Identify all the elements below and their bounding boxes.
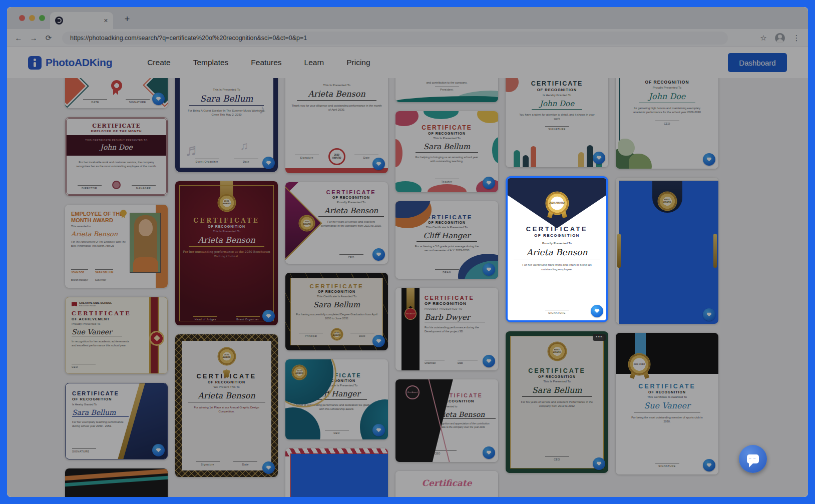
maximize-window-button[interactable]	[39, 15, 45, 21]
ribbon-icon	[120, 210, 127, 216]
edit-template-button[interactable]	[483, 177, 495, 189]
template-card[interactable]: CERTIFICATE OF RECOGNITION This Certific…	[395, 201, 498, 279]
edit-template-button[interactable]	[591, 305, 603, 317]
nav-templates[interactable]: Templates	[193, 58, 229, 67]
edit-template-button[interactable]	[372, 158, 385, 170]
template-card[interactable]: CERTIFICATE OF RECOGNITION This Certific…	[285, 273, 388, 350]
template-card[interactable]: This Is Presented To Arieta Benson Thank…	[285, 78, 388, 173]
cert-subtitle: OF ACHIEVEMENT	[72, 317, 110, 321]
address-bar[interactable]: https://photoadking.com/search/?q=certif…	[62, 32, 728, 45]
award-badge: 2030 AWARD	[546, 192, 568, 214]
template-card[interactable]: 2030 AWARD CERTIFICATE OF RECOGNITION Th…	[175, 181, 278, 325]
edit-template-button[interactable]	[483, 355, 495, 367]
cert-body: For having successfully completed Degree…	[296, 312, 377, 321]
refresh-icon[interactable]: ⟳	[44, 34, 53, 43]
new-tab-button[interactable]: +	[121, 13, 133, 25]
template-card[interactable]: BEST AWARD CERTIFICATE OF RECOGNITION Th…	[616, 178, 718, 324]
browser-menu-icon[interactable]: ⋮	[792, 34, 801, 43]
template-card[interactable]: OF RECOGNITION Proudly Presented To John…	[616, 78, 718, 169]
bookmark-star-icon[interactable]: ☆	[759, 34, 768, 43]
template-card[interactable]: CERTIFICATE OF RECOGNITION Is Hereby Gra…	[506, 78, 608, 167]
minimize-window-button[interactable]	[29, 15, 35, 21]
sig-label: President	[435, 87, 459, 91]
photoadking-logo[interactable]: PhotoADKing	[28, 56, 112, 70]
template-card[interactable]: CERTIFICATE EMPLOYEE OF THE MONTH THIS C…	[65, 117, 168, 196]
cert-subtitle: OF RECOGNITION	[428, 221, 466, 224]
template-card[interactable]: CERTIFICATE OF RECOGNITION Is Hereby Gra…	[65, 383, 168, 459]
template-card[interactable]: DATE SIGNATURE	[65, 78, 168, 108]
nav-learn[interactable]: Learn	[304, 58, 324, 67]
template-card[interactable]: 2030 AWARD CERTIFICATE OF RECOGNITION Pr…	[285, 182, 388, 264]
template-card[interactable]	[65, 468, 168, 497]
cert-subtitle: OF RECOGNITION	[537, 88, 577, 92]
template-card[interactable]: CERTIFICATE OF RECOGNITION This Is Prese…	[395, 111, 498, 192]
template-card[interactable]: Best Award CERTIFICATE OF RECOGNITION Th…	[395, 379, 498, 462]
chat-widget-button[interactable]	[739, 445, 767, 473]
edit-template-button[interactable]	[703, 459, 715, 471]
forward-icon[interactable]: →	[29, 34, 38, 42]
template-card[interactable]: 2030 YEAR CERTIFICATE OF RECOGNITION Thi…	[616, 333, 718, 474]
cert-subtitle: OF RECOGNITION	[538, 375, 576, 378]
nav-create[interactable]: Create	[147, 58, 171, 67]
edit-template-button[interactable]	[372, 335, 385, 347]
sig-label: Teacher	[435, 179, 459, 183]
red-frame-decor	[290, 453, 388, 497]
template-card[interactable]: CREATIVE SIDE SCHOOL Education For All C…	[65, 297, 168, 374]
main-nav: Create Templates Features Learn Pricing	[147, 58, 370, 67]
gem-icon	[266, 160, 271, 166]
edit-template-button[interactable]	[262, 157, 275, 169]
edit-template-button[interactable]	[593, 152, 605, 164]
tab-close-icon[interactable]: ✕	[104, 18, 108, 24]
edit-template-button[interactable]	[262, 310, 275, 322]
gem-icon	[486, 180, 492, 186]
card-options-button[interactable]: •••	[593, 334, 606, 341]
blob-decor	[395, 139, 402, 167]
cert-subtitle: OF RECOGNITION	[645, 80, 689, 85]
dashboard-button[interactable]: Dashboard	[728, 53, 787, 72]
sig-label: CEO	[325, 430, 349, 434]
profile-avatar[interactable]	[775, 33, 785, 43]
edit-template-button[interactable]	[483, 263, 495, 276]
template-card[interactable]: and contribution to the company. Preside…	[395, 78, 498, 102]
blob-decor	[506, 78, 519, 92]
nav-features[interactable]: Features	[251, 58, 281, 67]
template-card[interactable]: EMPLOYEE OF THE MONTH AWARD This awarded…	[65, 205, 168, 288]
cert-body: You have a talent for attention to detai…	[519, 113, 595, 121]
edit-template-button[interactable]	[703, 308, 715, 321]
edit-template-button[interactable]	[593, 457, 605, 470]
cert-title: CERTIFICATE	[72, 390, 119, 396]
nav-pricing[interactable]: Pricing	[346, 58, 370, 67]
cert-name: Arieta Benson	[188, 391, 265, 402]
edit-template-button[interactable]	[372, 424, 385, 436]
cert-body: In recognition and appreciation of the c…	[435, 422, 491, 429]
cert-body: For her years of service and excellent p…	[319, 220, 383, 228]
selected-template-card[interactable]: 2030 AWARD CERTIFICATE OF RECOGNITION Pr…	[506, 176, 608, 322]
cert-name: Sara Bellum	[416, 142, 478, 153]
template-card[interactable]: Certificate	[395, 471, 498, 497]
template-card[interactable]: Best Award CERTIFICATE OF RECOGNITION PR…	[395, 288, 498, 370]
edit-template-button[interactable]	[372, 248, 385, 261]
cert-subtitle: OF RECOGNITION	[208, 225, 245, 228]
back-icon[interactable]: ←	[14, 34, 23, 42]
browser-tab[interactable]: ✕	[50, 12, 113, 29]
cert-body: For her invaluable work and customer ser…	[72, 160, 161, 169]
leaf-decor	[629, 154, 652, 169]
edit-template-button[interactable]	[703, 153, 715, 166]
gem-icon	[376, 161, 381, 167]
cert-title: CERTIFICATE	[326, 189, 376, 195]
template-card[interactable]: ♬ ♪ ♫ This Is Presented To Sara Bellum F…	[175, 78, 278, 172]
template-card[interactable]: 2030 AWARD CERTIFICATE OF RECOGNITION We…	[175, 334, 278, 477]
template-card[interactable]: CERTIFICATE OF RECOGNITION This is hereb…	[285, 448, 388, 497]
close-window-button[interactable]	[19, 15, 25, 21]
edit-template-button[interactable]	[262, 461, 275, 474]
template-card[interactable]: ••• Best Award CERTIFICATE OF RECOGNITIO…	[506, 331, 608, 473]
template-card[interactable]: 2030 AWARD CERTIFICATE OF RECOGNITION Th…	[285, 359, 388, 439]
cert-kicker: Proudly Presented To	[542, 241, 572, 245]
cert-kicker: This Is Presented To	[323, 84, 350, 87]
edit-template-button[interactable]	[483, 446, 495, 459]
portrait-photo	[130, 213, 161, 273]
edit-template-button[interactable]	[152, 444, 165, 456]
edit-template-button[interactable]	[152, 93, 165, 105]
cert-subtitle: EMPLOYEE OF THE MONTH	[91, 130, 142, 133]
chat-icon	[747, 454, 759, 463]
